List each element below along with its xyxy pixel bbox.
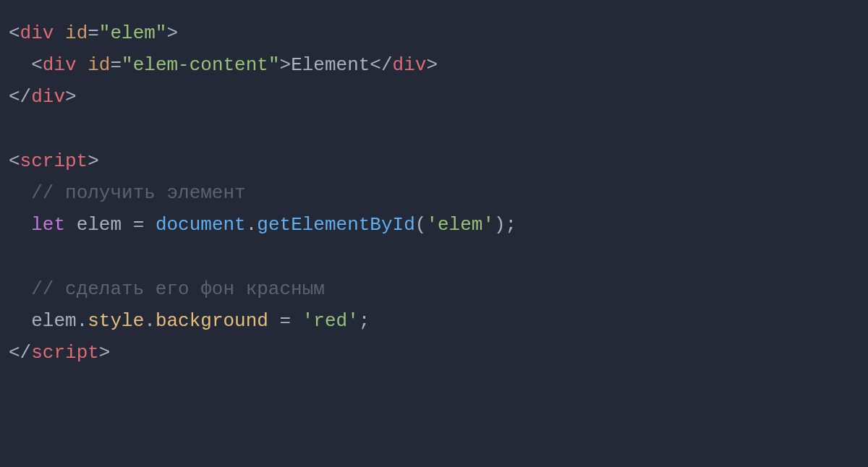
variable: elem [31, 310, 76, 332]
indent [9, 182, 31, 204]
bracket: < [9, 22, 20, 44]
attr-name: id [65, 22, 88, 44]
dot: . [77, 310, 88, 332]
bracket: > [280, 54, 292, 76]
paren: ( [415, 214, 427, 236]
comment: // получить элемент [31, 182, 245, 204]
eq: = [88, 22, 99, 44]
attr-value: "elem-content" [122, 54, 279, 76]
eq: = [280, 310, 292, 332]
space [144, 214, 156, 236]
code-line-10: elem.style.background = 'red'; [9, 305, 859, 337]
paren: ) [494, 214, 506, 236]
tag: div [393, 54, 427, 76]
space [54, 22, 65, 44]
space [77, 54, 88, 76]
tag: div [20, 22, 54, 44]
bracket: </ [9, 342, 31, 364]
code-line-5: <script> [9, 145, 859, 177]
eq: = [133, 214, 145, 236]
bracket: > [426, 54, 438, 76]
variable: elem [77, 214, 122, 236]
attr-name: id [88, 54, 110, 76]
dot: . [246, 214, 258, 236]
space [65, 214, 77, 236]
attr-value: "elem" [99, 22, 167, 44]
tag: div [31, 86, 65, 108]
space [291, 310, 302, 332]
object: document [156, 214, 246, 236]
code-line-2: <div id="elem-content">Element</div> [9, 49, 859, 81]
indent [9, 214, 31, 236]
semicolon: ; [359, 310, 370, 332]
text-content: Element [291, 54, 370, 76]
bracket: < [31, 54, 43, 76]
code-line-8-blank [9, 241, 859, 273]
bracket: > [99, 342, 111, 364]
bracket: > [65, 86, 77, 108]
tag: script [20, 150, 88, 172]
comment: // сделать его фон красным [31, 278, 325, 300]
property: background [156, 310, 268, 332]
code-line-7: let elem = document.getElementById('elem… [9, 209, 859, 241]
code-line-9: // сделать его фон красным [9, 273, 859, 305]
string: 'red' [302, 310, 359, 332]
space [268, 310, 280, 332]
property: style [88, 310, 144, 332]
code-block: <div id="elem"> <div id="elem-content">E… [9, 17, 859, 369]
bracket: > [88, 150, 99, 172]
indent [9, 54, 31, 76]
code-line-1: <div id="elem"> [9, 17, 859, 49]
semicolon: ; [506, 214, 517, 236]
tag: div [43, 54, 77, 76]
code-line-3: </div> [9, 81, 859, 113]
eq: = [110, 54, 122, 76]
code-line-4-blank [9, 113, 859, 145]
keyword: let [31, 214, 65, 236]
bracket: </ [9, 86, 31, 108]
space [122, 214, 133, 236]
code-line-6: // получить элемент [9, 177, 859, 209]
method: getElementById [257, 214, 414, 236]
code-line-11: </script> [9, 337, 859, 369]
indent [9, 310, 31, 332]
bracket: </ [370, 54, 392, 76]
indent [9, 278, 31, 300]
string: 'elem' [426, 214, 494, 236]
tag: script [31, 342, 99, 364]
dot: . [144, 310, 156, 332]
bracket: < [9, 150, 20, 172]
bracket: > [166, 22, 178, 44]
